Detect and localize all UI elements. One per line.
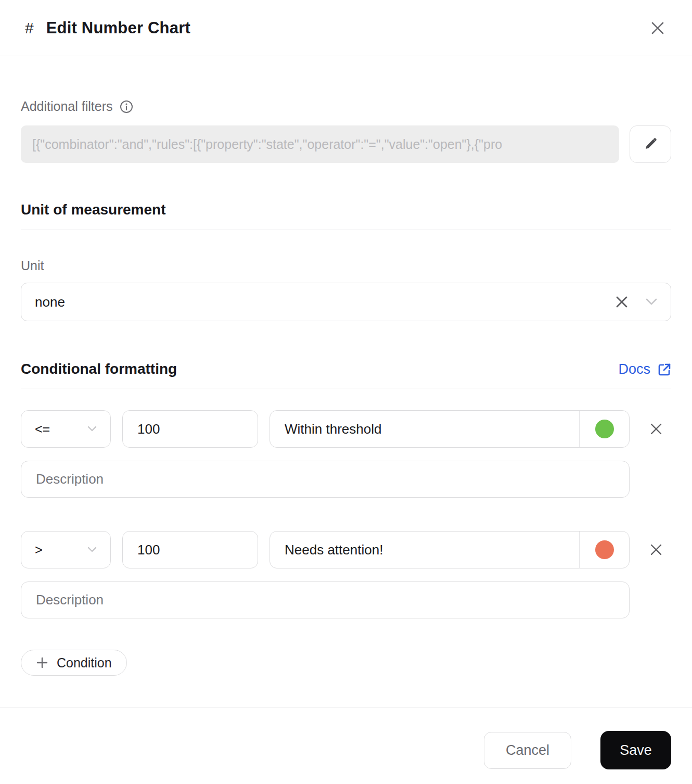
- dialog-title: Edit Number Chart: [46, 19, 190, 37]
- close-icon: [651, 21, 664, 35]
- cancel-button[interactable]: Cancel: [484, 732, 571, 769]
- condition-2-remove-button[interactable]: [641, 531, 671, 568]
- clear-icon: [616, 296, 628, 308]
- unit-of-measurement-heading: Unit of measurement: [21, 201, 671, 230]
- edit-filters-button[interactable]: [630, 125, 671, 163]
- condition-2-operator-select[interactable]: >: [21, 531, 111, 568]
- additional-filters-row: [21, 125, 671, 163]
- additional-filters-label-row: Additional filters: [21, 99, 671, 114]
- condition-row-1: <=: [21, 410, 671, 448]
- condition-2-description-input[interactable]: [21, 581, 630, 618]
- chevron-down-icon: [87, 426, 97, 432]
- add-condition-button[interactable]: Condition: [21, 650, 127, 676]
- unit-dropdown-button[interactable]: [646, 298, 657, 306]
- conditional-formatting-heading-row: Conditional formatting Docs: [21, 361, 671, 388]
- condition-2-label-group: [270, 531, 630, 568]
- dialog-footer: Cancel Save: [0, 707, 692, 784]
- docs-link[interactable]: Docs: [618, 361, 671, 377]
- unit-select-value: none: [35, 294, 65, 310]
- external-link-icon: [658, 363, 671, 376]
- additional-filters-input[interactable]: [21, 125, 619, 163]
- condition-1-label-input[interactable]: [270, 411, 579, 447]
- unit-label: Unit: [21, 258, 671, 273]
- plus-icon: [36, 656, 48, 669]
- condition-row-2: >: [21, 531, 671, 568]
- condition-2-color-picker[interactable]: [579, 532, 629, 568]
- pencil-icon: [643, 136, 658, 152]
- conditional-formatting-heading: Conditional formatting: [21, 361, 177, 377]
- remove-icon: [649, 543, 663, 557]
- save-button[interactable]: Save: [600, 731, 671, 769]
- chevron-down-icon: [87, 547, 97, 553]
- dialog-body: Additional filters Unit: [0, 56, 692, 707]
- condition-1-remove-button[interactable]: [641, 410, 671, 448]
- additional-filters-label: Additional filters: [21, 99, 112, 114]
- condition-1-label-group: [270, 410, 630, 448]
- remove-icon: [649, 422, 663, 436]
- unit-clear-button[interactable]: [616, 296, 628, 308]
- chevron-down-icon: [646, 298, 657, 306]
- condition-2-color-dot: [595, 540, 614, 559]
- condition-1-operator-value: <=: [35, 422, 50, 437]
- dialog-header: # Edit Number Chart: [0, 0, 692, 56]
- docs-link-label: Docs: [618, 361, 650, 377]
- condition-1-value-input[interactable]: [122, 410, 258, 448]
- condition-2-label-input[interactable]: [270, 532, 579, 568]
- condition-2-operator-value: >: [35, 542, 43, 558]
- unit-select[interactable]: none: [21, 283, 671, 321]
- condition-1-color-dot: [595, 420, 614, 438]
- condition-1-color-picker[interactable]: [579, 411, 629, 447]
- condition-1-description-input[interactable]: [21, 461, 630, 498]
- add-condition-label: Condition: [57, 655, 112, 671]
- number-chart-icon: #: [25, 19, 34, 37]
- condition-2-value-input[interactable]: [122, 531, 258, 568]
- condition-1-operator-select[interactable]: <=: [21, 410, 111, 448]
- edit-number-chart-dialog: # Edit Number Chart Additional filters: [0, 0, 692, 784]
- close-button[interactable]: [646, 17, 669, 40]
- info-icon: [120, 100, 133, 113]
